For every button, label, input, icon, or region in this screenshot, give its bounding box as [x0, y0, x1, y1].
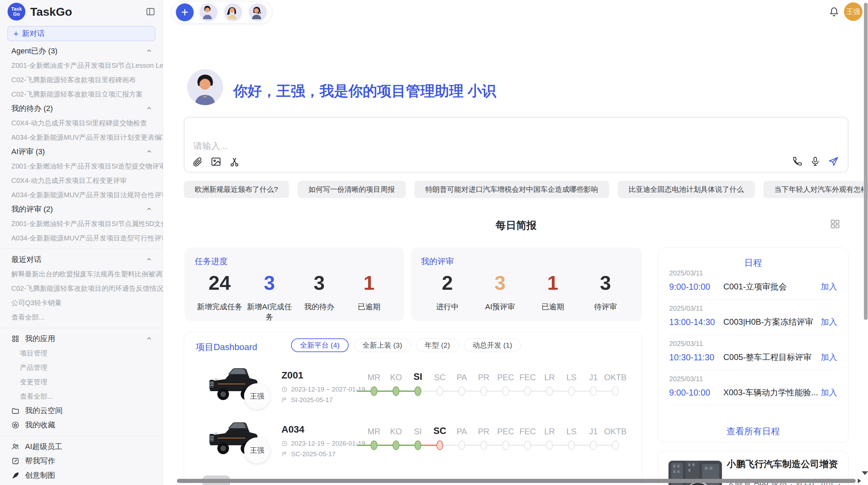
- view-all-schedule-link[interactable]: 查看所有日程: [658, 425, 848, 437]
- scroll-down-arrow[interactable]: [862, 471, 868, 475]
- milestone-node-alert[interactable]: [436, 440, 443, 450]
- avatar[interactable]: [248, 2, 268, 22]
- tab-new-platform[interactable]: 全新平台 (4): [291, 338, 349, 352]
- section-my-todo[interactable]: 我的待办 (2): [0, 101, 163, 116]
- milestone-node[interactable]: [590, 440, 597, 450]
- scroll-right-arrow[interactable]: [858, 478, 861, 483]
- milestone-node[interactable]: [371, 386, 377, 396]
- add-agent-button[interactable]: +: [176, 3, 194, 21]
- sidebar-item[interactable]: A034-全新新能源MUV产品开发项目造型可行性评审: [0, 231, 163, 245]
- stat-value: 3: [294, 272, 344, 294]
- project-row[interactable]: 王强 Z001 2023-12-19 ~ 2027-01-19 SI-2025-…: [184, 360, 642, 411]
- join-link[interactable]: 加入: [821, 281, 837, 292]
- chevron-up-icon[interactable]: [146, 256, 153, 263]
- task-progress-card: 任务进度 24 新增完成任务 3 新增AI完成任务 3 我的待办 1 已逾期: [184, 248, 404, 321]
- app-item-change-mgmt[interactable]: 变更管理: [0, 375, 163, 389]
- sidebar-item[interactable]: Z001-全新燃油皮卡产品开发项目SI节点Lesson Learn报告: [0, 58, 163, 73]
- milestone-node[interactable]: [371, 440, 377, 450]
- new-chat-button[interactable]: + 新对话: [8, 26, 155, 41]
- recent-chat-item[interactable]: 公司Q3轻卡销量: [0, 296, 163, 310]
- sidebar-item[interactable]: A034-全新新能源MUV产品开发项目法规符合性评审: [0, 188, 163, 202]
- milestone-node[interactable]: [502, 386, 509, 396]
- suggestion-chip[interactable]: 如何写一份清晰的项目周报: [298, 181, 406, 198]
- sidebar-item[interactable]: C02-飞腾新能源轻客改款项目立项汇报方案: [0, 87, 163, 101]
- send-icon[interactable]: [828, 156, 839, 167]
- project-row[interactable]: 王强 A034 2023-12-19 ~ 2026-01-19 SC-2025-…: [184, 414, 642, 465]
- milestone-node[interactable]: [546, 440, 553, 450]
- scissors-icon[interactable]: [229, 156, 240, 167]
- section-my-review[interactable]: 我的评审 (2): [0, 202, 163, 216]
- sidebar-item[interactable]: C0X4-动力总成开发项目工程变更评审: [0, 173, 163, 188]
- app-item-product-mgmt[interactable]: 产品管理: [0, 360, 163, 375]
- sidebar-item-help-me-write[interactable]: 帮我写作: [0, 454, 163, 468]
- microphone-icon[interactable]: [810, 156, 821, 167]
- milestone-node[interactable]: [524, 440, 531, 450]
- user-avatar[interactable]: 王强: [844, 2, 863, 21]
- recent-chat-item[interactable]: 解释最新出台的欧盟报废车法规再生塑料比例被调至15%...: [0, 267, 163, 281]
- recent-chat-item[interactable]: C02-飞腾新能源轻客改款项目的闭环通告反馈情况: [0, 281, 163, 296]
- join-link[interactable]: 加入: [821, 387, 837, 398]
- milestone-node[interactable]: [524, 386, 531, 396]
- sidebar-item-creative-drawing[interactable]: 创意制图: [0, 468, 163, 483]
- chevron-up-icon[interactable]: [146, 206, 153, 213]
- milestone-node[interactable]: [590, 386, 597, 396]
- suggestion-chip[interactable]: 当下年轻人对汽车外观有怎样的喜好趋势: [763, 181, 868, 198]
- apps-view-all[interactable]: 查看全部...: [0, 389, 163, 403]
- sidebar-item[interactable]: Z001-全新燃油轻卡产品开发项目SI节点属性5D文件评审: [0, 216, 163, 231]
- milestone-node[interactable]: [414, 386, 421, 396]
- attachment-icon[interactable]: [192, 156, 203, 167]
- milestone-node[interactable]: [480, 440, 487, 450]
- vertical-scrollbar[interactable]: [864, 3, 868, 320]
- milestone-node[interactable]: [458, 386, 465, 396]
- app-item-project-mgmt[interactable]: 项目管理: [0, 346, 163, 360]
- sidebar-item[interactable]: Z001-全新燃油轻卡产品开发项目SI造型提交物评审: [0, 159, 163, 173]
- sidebar-item[interactable]: C0X4-动力总成开发项目SI里程碑提交物检查: [0, 116, 163, 130]
- tab-new-body[interactable]: 全新上装 (3): [354, 338, 411, 352]
- avatar[interactable]: [223, 2, 243, 22]
- recent-view-all[interactable]: 查看全部...: [0, 310, 163, 324]
- chevron-up-icon[interactable]: [146, 148, 153, 155]
- stat-label: AI预评审: [474, 302, 527, 312]
- sidebar-item[interactable]: C02-飞腾新能源轻客改款项目里程碑画布: [0, 73, 163, 87]
- milestone-node[interactable]: [480, 386, 487, 396]
- milestone-node[interactable]: [568, 440, 575, 450]
- sidebar-item-favorites[interactable]: 我的收藏: [0, 418, 163, 432]
- sidebar-collapse-icon[interactable]: [146, 7, 155, 16]
- chat-input-box[interactable]: 请输入...: [184, 117, 848, 173]
- notification-bell-icon[interactable]: [829, 6, 839, 17]
- project-owner-chip: 王强: [244, 383, 270, 409]
- chevron-up-icon[interactable]: [146, 105, 153, 112]
- suggestion-chip[interactable]: 欧洲新规最近颁布了什么?: [184, 181, 289, 198]
- image-icon[interactable]: [210, 156, 221, 167]
- layout-grid-icon[interactable]: [830, 219, 841, 229]
- join-link[interactable]: 加入: [821, 316, 837, 327]
- sidebar-item[interactable]: A034-全新新能源MUV产品开发项目计划变更表编写: [0, 130, 163, 145]
- section-agent-done[interactable]: Agent已办 (3): [0, 44, 163, 58]
- join-link[interactable]: 加入: [821, 352, 837, 363]
- sidebar-item-cloud-space[interactable]: 我的云空间: [0, 403, 163, 418]
- suggestion-chip[interactable]: 比亚迪全固态电池计划具体说了什么: [618, 181, 755, 198]
- chevron-up-icon[interactable]: [146, 335, 153, 342]
- milestone-node[interactable]: [393, 440, 399, 450]
- quill-icon: [11, 471, 20, 480]
- avatar[interactable]: [198, 2, 218, 22]
- sidebar-item-my-apps[interactable]: 我的应用: [0, 332, 163, 346]
- milestone-node[interactable]: [612, 386, 619, 396]
- suggestion-chip[interactable]: 特朗普可能对进口汽车增税会对中国车企造成哪些影响: [414, 181, 609, 198]
- milestone-node[interactable]: [502, 440, 509, 450]
- milestone-node[interactable]: [568, 386, 575, 396]
- tab-powertrain[interactable]: 动总开发 (1): [464, 338, 521, 352]
- milestone-node[interactable]: [546, 386, 553, 396]
- milestone-node[interactable]: [393, 386, 399, 396]
- milestone-node[interactable]: [612, 440, 619, 450]
- phone-icon[interactable]: [792, 156, 803, 167]
- sidebar-item-ai-super-staff[interactable]: AI超级员工: [0, 439, 163, 454]
- chevron-up-icon[interactable]: [146, 48, 153, 54]
- milestone-node[interactable]: [436, 386, 443, 396]
- horizontal-scrollbar[interactable]: [177, 479, 856, 483]
- section-recent-chats[interactable]: 最近对话: [0, 252, 163, 267]
- section-ai-review[interactable]: AI评审 (3): [0, 145, 163, 159]
- tab-model-year[interactable]: 年型 (2): [416, 338, 459, 352]
- milestone-node[interactable]: [458, 440, 465, 450]
- milestone-node[interactable]: [414, 440, 421, 450]
